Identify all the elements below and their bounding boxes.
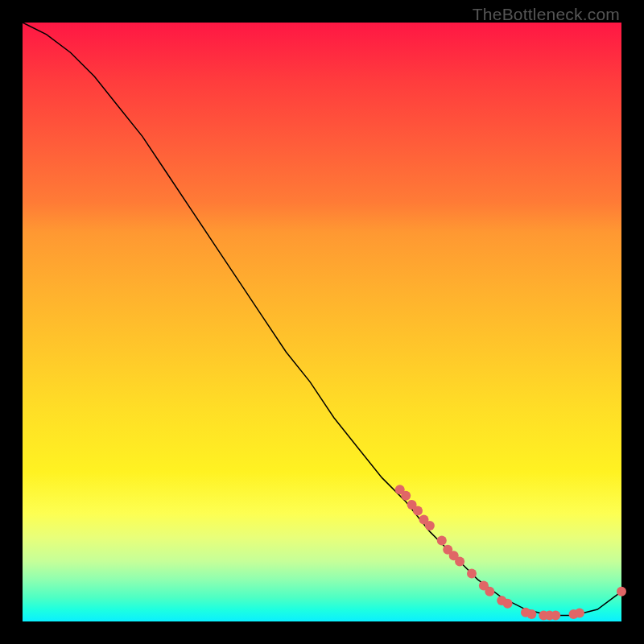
scatter-point (526, 609, 536, 619)
scatter-markers (395, 485, 626, 620)
scatter-point (485, 587, 494, 597)
scatter-point (413, 506, 423, 515)
scatter-point (401, 491, 411, 501)
chart-plot-area (23, 23, 621, 621)
scatter-point (503, 599, 513, 609)
watermark-text: TheBottleneck.com (473, 5, 620, 24)
scatter-point (575, 609, 584, 618)
scatter-point (455, 557, 464, 567)
chart-svg (23, 23, 621, 621)
scatter-point (551, 611, 560, 621)
scatter-point (437, 536, 447, 546)
scatter-point (467, 569, 477, 579)
bottleneck-curve (23, 23, 621, 616)
scatter-point (425, 521, 435, 530)
scatter-point (617, 587, 626, 597)
